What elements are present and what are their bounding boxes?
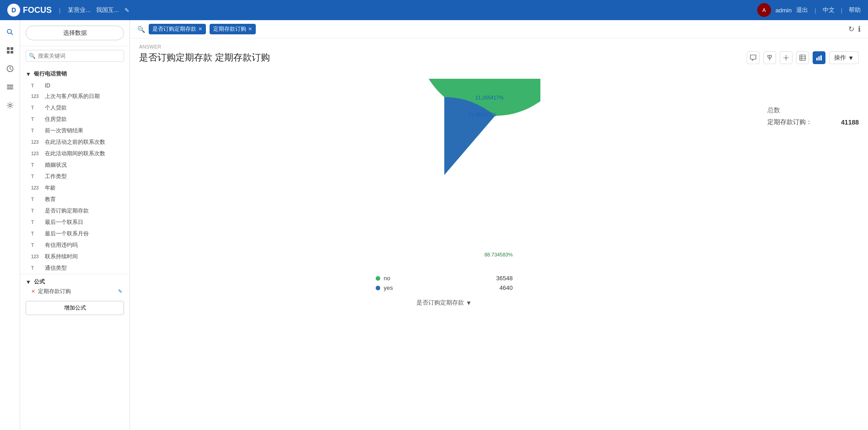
- svg-text:A: A: [762, 7, 766, 13]
- refresh-icon[interactable]: ↻: [848, 25, 854, 33]
- sidebar-field-5[interactable]: 123在此活动之前的联系次数: [20, 136, 129, 148]
- sidebar-field-8[interactable]: T工作类型: [20, 171, 129, 182]
- sidebar-field-4[interactable]: T前一次营销结果: [20, 125, 129, 136]
- formula-label: 公式: [34, 278, 45, 286]
- svg-rect-21: [816, 58, 818, 60]
- help-link[interactable]: 帮助: [849, 6, 861, 14]
- main-content: 🔍 是否订购定期存款 ✕ 定期存款订购 ✕ ↻ ℹ ANSWER 是否订购定期存…: [130, 20, 868, 430]
- table-view-icon[interactable]: [796, 51, 809, 64]
- formula-item: ✕ 定期存款订购 ✎: [26, 286, 124, 297]
- sidebar-field-6[interactable]: 123在此活动期间的联系次数: [20, 148, 129, 159]
- sidebar-top: 选择数据: [20, 20, 129, 46]
- info-icon[interactable]: ℹ: [858, 25, 861, 33]
- sidebar-search-box: 🔍: [26, 50, 124, 62]
- filter-search-icon: 🔍: [137, 26, 145, 33]
- x-axis-label[interactable]: 是否订购定期存款 ▼: [416, 299, 472, 307]
- sidebar-field-16[interactable]: T通信类型: [20, 262, 129, 274]
- nav-link-1[interactable]: 某营业...: [68, 6, 91, 14]
- answer-section: ANSWER 是否订购定期存款 定期存款订购: [130, 38, 868, 430]
- settings-icon[interactable]: [780, 51, 793, 64]
- nav-link-2[interactable]: 我国互...: [96, 6, 119, 14]
- icon-grid[interactable]: [2, 42, 18, 59]
- logo-icon: D: [7, 4, 20, 16]
- sidebar-field-7[interactable]: T婚姻状况: [20, 159, 129, 171]
- select-data-button[interactable]: 选择数据: [26, 26, 124, 40]
- sidebar-field-1[interactable]: 123上次与客户联系的日期: [20, 91, 129, 102]
- svg-rect-22: [819, 56, 820, 60]
- legend-no-label: no: [384, 275, 493, 282]
- formula-section: ▼ 公式 ✕ 定期存款订购 ✎ 增加公式: [20, 274, 129, 319]
- operate-button[interactable]: 操作 ▼: [829, 51, 859, 64]
- svg-rect-4: [7, 47, 10, 50]
- nav-divider-2: |: [814, 7, 816, 14]
- chart-view-icon[interactable]: [813, 51, 825, 64]
- formula-close-icon[interactable]: ✕: [31, 288, 35, 294]
- sidebar-field-10[interactable]: T教育: [20, 194, 129, 205]
- svg-rect-7: [11, 51, 13, 54]
- formula-arrow-down: ▼: [26, 279, 31, 285]
- user-avatar: A: [757, 3, 771, 17]
- filter-tag-2-label: 定期存款订购: [213, 25, 246, 33]
- formula-header: ▼ 公式: [26, 278, 124, 286]
- filter-tag-2: 定期存款订购 ✕: [210, 24, 256, 34]
- topnav-right: A admin 退出 | 中文 | 帮助: [757, 3, 861, 17]
- filter-bar: 🔍 是否订购定期存款 ✕ 定期存款订购 ✕ ↻ ℹ: [130, 20, 868, 38]
- icon-search[interactable]: [2, 24, 18, 40]
- sidebar-search-input[interactable]: [26, 50, 124, 62]
- nav-divider-3: |: [841, 7, 842, 14]
- filter-tag-1-label: 是否订购定期存款: [152, 25, 196, 33]
- user-name: admin: [776, 7, 792, 14]
- sidebar-field-15[interactable]: 123联系持续时间: [20, 251, 129, 262]
- logout-link[interactable]: 退出: [796, 6, 808, 14]
- filter-tag-2-close[interactable]: ✕: [248, 26, 252, 32]
- svg-rect-12: [7, 87, 13, 87]
- legend-no-dot: [376, 276, 380, 281]
- chart-summary: 总数 定期存款订购： 41188: [767, 79, 859, 126]
- pie-percent-blue: 11.265417%: [475, 95, 504, 100]
- sidebar-field-11[interactable]: T是否订购定期存款: [20, 205, 129, 217]
- sidebar-bank-section[interactable]: ▼ 银行电话营销: [20, 67, 129, 81]
- sidebar-field-2[interactable]: T个人贷款: [20, 102, 129, 114]
- sidebar: 选择数据 🔍 ▼ 银行电话营销 TID123上次与客户联系的日期T个人贷款T住房…: [20, 20, 130, 430]
- sidebar-bank-label: 银行电话营销: [34, 70, 67, 78]
- legend-yes-dot: [376, 286, 380, 290]
- icon-settings[interactable]: [2, 97, 18, 114]
- comment-icon[interactable]: [747, 51, 760, 64]
- sidebar-search-icon: 🔍: [29, 53, 36, 59]
- filter-tag-1-close[interactable]: ✕: [198, 26, 202, 32]
- filter-bar-right: ↻ ℹ: [848, 25, 861, 33]
- sidebar-field-3[interactable]: T住房贷款: [20, 114, 129, 125]
- svg-rect-6: [7, 51, 10, 54]
- legend-yes-label: yes: [384, 284, 496, 291]
- add-formula-button[interactable]: 增加公式: [26, 301, 124, 315]
- lang-link[interactable]: 中文: [823, 6, 835, 14]
- answer-label: ANSWER: [139, 44, 859, 49]
- formula-edit-icon[interactable]: ✎: [118, 288, 122, 294]
- icon-list[interactable]: [2, 79, 18, 95]
- x-axis-text: 是否订购定期存款: [416, 299, 464, 307]
- summary-row-0: 定期存款订购： 41188: [767, 118, 859, 126]
- formula-item-label: 定期存款订购: [38, 288, 71, 295]
- sidebar-fields: TID123上次与客户联系的日期T个人贷款T住房贷款T前一次营销结果123在此活…: [20, 81, 129, 274]
- summary-value-0: 41188: [841, 119, 859, 126]
- sidebar-field-14[interactable]: T有信用违约吗: [20, 239, 129, 251]
- nav-link-3[interactable]: ✎: [124, 7, 129, 14]
- sidebar-field-0[interactable]: TID: [20, 81, 129, 91]
- icon-bar: [0, 20, 20, 430]
- sidebar-field-13[interactable]: T最后一个联系月份: [20, 228, 129, 239]
- svg-rect-23: [820, 55, 822, 60]
- operate-label: 操作: [834, 54, 846, 62]
- answer-title: 是否订购定期存款 定期存款订购: [139, 51, 270, 64]
- filter-tag-1: 是否订购定期存款 ✕: [149, 24, 206, 34]
- chart-container: 11.265417% 88.734583% 88.734583% 88.7345…: [139, 70, 859, 316]
- svg-point-14: [9, 104, 11, 107]
- icon-clock[interactable]: [2, 60, 18, 77]
- sidebar-field-12[interactable]: T最后一个联系日: [20, 217, 129, 228]
- summary-label-0: 定期存款订购：: [767, 118, 812, 126]
- chart-wrapper: 11.265417% 88.734583% 88.734583% 88.7345…: [139, 79, 749, 307]
- legend-yes-value: 4640: [500, 284, 513, 291]
- sidebar-field-9[interactable]: 123年龄: [20, 182, 129, 194]
- pin-icon[interactable]: [763, 51, 776, 64]
- svg-rect-5: [11, 47, 13, 50]
- logo-text: FOCUS: [23, 5, 52, 15]
